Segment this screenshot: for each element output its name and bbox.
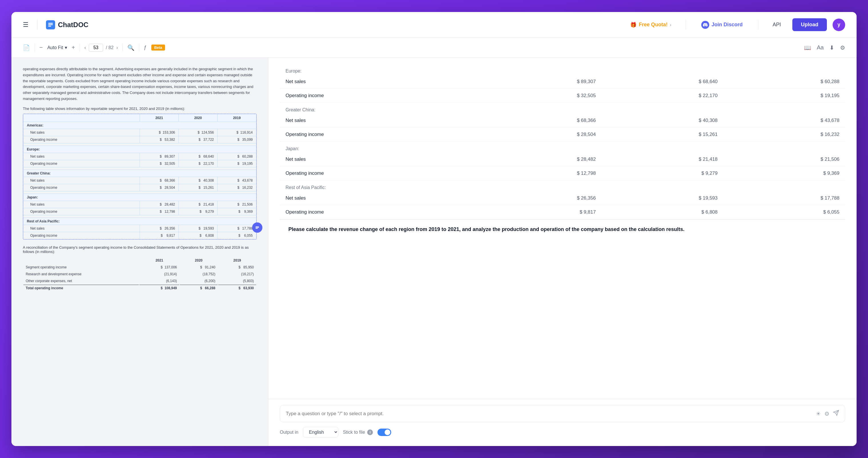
japan-top-label: Japan: [280, 142, 845, 152]
logo-text: ChatDOC [58, 21, 89, 29]
europe-opincome-label: Operating income [23, 160, 140, 167]
svg-rect-1 [48, 24, 53, 25]
r-europe-netsales-2021: $ 89,307 [480, 75, 601, 89]
question-input[interactable] [286, 411, 812, 417]
zoom-in-button[interactable]: + [72, 44, 75, 51]
table-row: Operating income $ 28,504 $ 15,261 $ 16,… [280, 128, 845, 142]
r-restasia-opincome-2020: $ 6,808 [601, 205, 723, 219]
auto-fit-selector[interactable]: Auto Fit ▾ [48, 45, 67, 50]
recon-col-2021: 2021 [140, 257, 179, 264]
restasia-netsales-2021: $ 26,356 [140, 225, 179, 232]
api-button[interactable]: API [767, 19, 786, 31]
right-greaterchina-table: Net sales $ 68,366 $ 40,308 $ 43,678 Ope… [280, 114, 845, 142]
pdf-viewer[interactable]: operating expenses directly attributable… [11, 58, 269, 446]
book-icon[interactable]: 📖 [804, 44, 811, 51]
beta-badge: Beta [151, 44, 165, 51]
settings-icon[interactable]: ⚙ [840, 44, 845, 51]
question-text: Please calculate the revenue change of e… [288, 225, 837, 234]
restasia-netsales-2020: $ 19,593 [179, 225, 218, 232]
japan-netsales-2021: $ 28,482 [140, 201, 179, 208]
europe-netsales-label: Net sales [23, 153, 140, 160]
join-discord-label: Join Discord [712, 22, 743, 28]
greaterchina-opincome-2019: $ 16,232 [218, 184, 256, 191]
language-select[interactable]: English Chinese Japanese Korean French G… [303, 427, 338, 437]
table-row: Operating income $ 53,382 $ 37,722 $ 35,… [23, 136, 256, 143]
table-row: Europe: [23, 146, 256, 153]
r-restasia-netsales-label: Net sales [280, 191, 480, 205]
recon-col-2020: 2020 [180, 257, 218, 264]
r-japan-netsales-2021: $ 28,482 [480, 152, 601, 166]
table-row: Total operating income $ 108,949 $ 66,28… [23, 285, 256, 291]
europe-opincome-2019: $ 19,195 [218, 160, 256, 167]
avatar[interactable]: y [833, 19, 845, 31]
recon-segopincome-2020: $ 91,240 [180, 264, 218, 270]
table-row [23, 143, 256, 146]
greaterchina-opincome-2020: $ 15,261 [179, 184, 218, 191]
current-page-input[interactable] [89, 44, 103, 52]
americas-opincome-2019: $ 35,099 [218, 136, 256, 143]
greaterchina-netsales-2020: $ 40,308 [179, 177, 218, 184]
sidebar-toggle-icon[interactable]: ☰ [23, 21, 29, 29]
send-icon[interactable] [833, 410, 839, 418]
recon-rnd-2019: (16,217) [218, 271, 256, 277]
input-footer: Output in English Chinese Japanese Korea… [280, 427, 845, 437]
upload-button[interactable]: Upload [792, 18, 827, 31]
restasia-opincome-2020: $ 6,808 [179, 232, 218, 239]
prev-page-icon[interactable]: ‹ [85, 45, 86, 50]
next-page-icon[interactable]: › [117, 45, 118, 50]
brightness-icon[interactable]: ☀ [816, 410, 821, 417]
r-restasia-netsales-2020: $ 19,593 [601, 191, 723, 205]
europe-opincome-2021: $ 32,505 [140, 160, 179, 167]
app-window: ☰ ChatDOC 🎁 Free Quota! › [11, 12, 857, 446]
recon-total-2021: $ 108,949 [140, 285, 179, 291]
r-europe-netsales-2020: $ 68,640 [601, 75, 723, 89]
table-row: Operating income $ 32,505 $ 22,170 $ 19,… [23, 160, 256, 167]
rest-asia-top-label: Rest of Asia Pacific: [280, 180, 845, 191]
input-area: ☀ ⚙ Output in English Chinese Japanes [269, 399, 857, 446]
text-size-icon[interactable]: Aa [817, 44, 824, 51]
section-label-japan: Japan: [23, 193, 256, 201]
r-gc-opincome-2020: $ 15,261 [601, 128, 723, 142]
section-label-restasia: Rest of Asia Pacific: [23, 218, 256, 225]
free-quota-button[interactable]: 🎁 Free Quota! › [624, 19, 677, 31]
americas-opincome-2021: $ 53,382 [140, 136, 179, 143]
discord-icon [701, 21, 709, 29]
japan-netsales-2020: $ 21,418 [179, 201, 218, 208]
recon-other-2021: (6,143) [140, 278, 179, 284]
toolbar-divider-4 [139, 44, 140, 52]
japan-opincome-2020: $ 9,279 [179, 208, 218, 215]
question-block: Please calculate the revenue change of e… [280, 219, 845, 245]
europe-top-label: Europe: [280, 66, 845, 75]
formula-icon[interactable]: ƒ [144, 44, 147, 51]
table-row: Net sales $ 153,306 $ 124,556 $ 116,914 [23, 129, 256, 136]
table-row [23, 191, 256, 193]
table-row: Rest of Asia Pacific: [23, 218, 256, 225]
table-row: Net sales $ 89,307 $ 68,640 $ 60,288 [23, 153, 256, 160]
settings-input-icon[interactable]: ⚙ [824, 410, 830, 417]
table-row: Operating income $ 9,817 $ 6,808 $ 6,055 [280, 205, 845, 219]
table-row: Net sales $ 26,356 $ 19,593 $ 17,788 [280, 191, 845, 205]
table-row: Net sales $ 28,482 $ 21,418 $ 21,506 [23, 201, 256, 208]
recon-rnd-label: Research and development expense [23, 271, 139, 277]
scroll-fab[interactable] [252, 222, 262, 233]
table-row: Operating income $ 12,798 $ 9,279 $ 9,36… [23, 208, 256, 215]
gift-icon: 🎁 [630, 22, 637, 28]
table-row: Japan: [23, 193, 256, 201]
europe-netsales-2020: $ 68,640 [179, 153, 218, 160]
download-icon[interactable]: ⬇ [830, 44, 834, 51]
logo-area: ChatDOC [46, 20, 89, 29]
stick-to-file-toggle[interactable] [377, 429, 391, 436]
recon-total-2020: $ 66,288 [180, 285, 218, 291]
recon-segopincome-2021: $ 137,006 [140, 264, 179, 270]
r-europe-opincome-label: Operating income [280, 89, 480, 103]
join-discord-button[interactable]: Join Discord [694, 18, 749, 32]
recon-col-2019: 2019 [218, 257, 256, 264]
document-icon[interactable]: 📄 [23, 44, 30, 51]
r-gc-opincome-2021: $ 28,504 [480, 128, 601, 142]
zoom-out-button[interactable]: − [39, 44, 43, 51]
table-row [23, 215, 256, 218]
r-europe-opincome-2020: $ 22,170 [601, 89, 723, 103]
table-row: Net sales $ 89,307 $ 68,640 $ 60,288 [280, 75, 845, 89]
japan-netsales-label: Net sales [23, 201, 140, 208]
search-icon[interactable]: 🔍 [127, 44, 134, 51]
